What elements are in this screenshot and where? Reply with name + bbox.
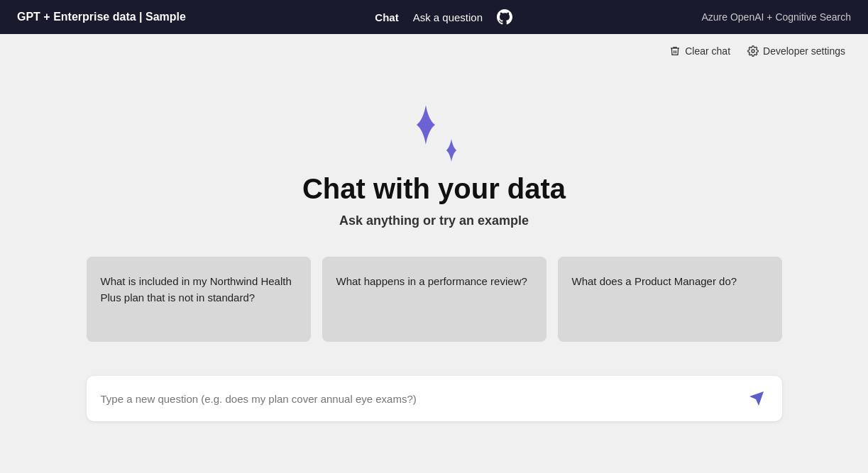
azure-label: Azure OpenAI + Cognitive Search [701,11,851,23]
example-card-3[interactable]: What does a Product Manager do? [558,257,782,342]
svg-point-0 [752,50,754,52]
navbar: GPT + Enterprise data | Sample Chat Ask … [0,0,868,34]
sparkle-small-icon [440,139,463,162]
main-subtitle: Ask anything or try an example [339,213,529,228]
example-card-2[interactable]: What happens in a performance review? [322,257,546,342]
example-card-1[interactable]: What is included in my Northwind Health … [87,257,311,342]
github-icon[interactable] [497,9,512,25]
nav-chat[interactable]: Chat [375,11,398,23]
chat-input-container [87,376,782,421]
nav-ask-question[interactable]: Ask a question [413,11,483,23]
toolbar: Clear chat Developer settings [0,34,868,62]
clear-chat-label: Clear chat [685,45,730,57]
trash-icon [669,45,681,57]
send-button[interactable] [745,387,768,410]
send-icon [748,390,765,407]
example-cards-container: What is included in my Northwind Health … [87,257,782,342]
chat-input[interactable] [101,393,745,405]
nav-center: Chat Ask a question [186,9,702,25]
main-title: Chat with your data [302,173,566,205]
gear-icon [747,45,759,57]
main-content: Chat with your data Ask anything or try … [0,62,868,421]
clear-chat-button[interactable]: Clear chat [669,45,730,57]
sparkle-container [406,105,463,162]
developer-settings-button[interactable]: Developer settings [747,45,845,57]
developer-settings-label: Developer settings [763,45,845,57]
brand-title: GPT + Enterprise data | Sample [17,11,186,23]
